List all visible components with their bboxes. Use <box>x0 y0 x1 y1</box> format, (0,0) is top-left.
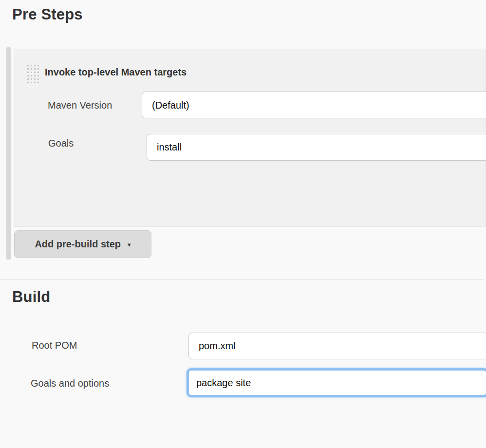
root-pom-input[interactable] <box>188 333 486 359</box>
goals-input[interactable] <box>147 134 486 161</box>
section-divider <box>0 279 484 280</box>
goals-and-options-input[interactable] <box>189 371 486 395</box>
pre-steps-section-title: Pre Steps <box>12 6 83 23</box>
add-pre-build-step-button[interactable]: Add pre-build step ▾ <box>14 230 151 258</box>
build-step-title: Invoke top-level Maven targets <box>45 67 187 78</box>
build-step-panel: Invoke top-level Maven targets Maven Ver… <box>14 49 486 227</box>
step-drag-rail <box>6 47 11 260</box>
caret-down-icon: ▾ <box>128 241 131 248</box>
build-section-title: Build <box>12 288 51 306</box>
add-pre-build-step-label: Add pre-build step <box>35 239 121 250</box>
maven-version-label: Maven Version <box>48 100 112 111</box>
goals-and-options-focus-ring <box>187 368 486 397</box>
root-pom-label: Root POM <box>32 340 77 351</box>
goals-and-options-label: Goals and options <box>31 378 109 389</box>
maven-version-select[interactable]: (Default) <box>142 92 486 118</box>
maven-job-config-page: Pre Steps Invoke top-level Maven targets… <box>0 0 486 448</box>
goals-label: Goals <box>48 138 74 149</box>
drag-handle-icon[interactable] <box>26 63 39 83</box>
